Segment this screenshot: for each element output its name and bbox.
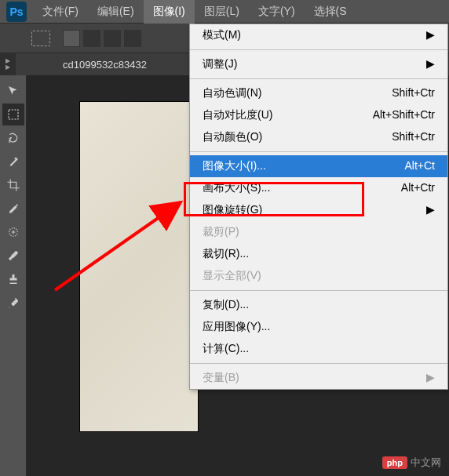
image-menu-dropdown: 模式(M)▶ 调整(J)▶ 自动色调(N)Shift+Ctr 自动对比度(U)A… xyxy=(189,24,448,390)
menu-auto-color[interactable]: 自动颜色(O)Shift+Ctr xyxy=(190,126,447,148)
move-tool-icon[interactable] xyxy=(2,80,24,102)
opt-intersect-icon[interactable] xyxy=(124,30,141,47)
menu-image-rotation[interactable]: 图像旋转(G)▶ xyxy=(190,199,447,221)
watermark-text: 中文网 xyxy=(411,456,441,470)
opt-add-icon[interactable] xyxy=(83,30,100,47)
menu-layer[interactable]: 图层(L) xyxy=(195,0,249,24)
menu-auto-contrast[interactable]: 自动对比度(U)Alt+Shift+Ctr xyxy=(190,104,447,126)
lasso-tool-icon[interactable] xyxy=(2,127,24,149)
menu-reveal-all: 显示全部(V) xyxy=(190,265,447,287)
menu-edit[interactable]: 编辑(E) xyxy=(88,0,144,24)
ps-logo: Ps xyxy=(6,2,27,22)
canvas[interactable] xyxy=(80,102,198,431)
menu-text[interactable]: 文字(Y) xyxy=(249,0,305,24)
menu-image-size[interactable]: 图像大小(I)...Alt+Ct xyxy=(190,155,447,177)
menu-variables: 变量(B)▶ xyxy=(190,367,447,389)
marquee-tool-icon[interactable] xyxy=(2,104,24,125)
menu-canvas-size[interactable]: 画布大小(S)...Alt+Ctr xyxy=(190,177,447,199)
menu-trim[interactable]: 裁切(R)... xyxy=(190,243,447,265)
menu-file[interactable]: 文件(F) xyxy=(33,0,88,24)
selection-preset-icon[interactable] xyxy=(31,31,50,46)
opt-new-icon[interactable] xyxy=(63,30,80,47)
healing-brush-tool-icon[interactable] xyxy=(2,221,24,243)
menu-adjustments[interactable]: 调整(J)▶ xyxy=(190,53,447,75)
menu-select[interactable]: 选择(S xyxy=(305,0,356,24)
eyedropper-tool-icon[interactable] xyxy=(2,198,24,220)
menu-duplicate[interactable]: 复制(D)... xyxy=(190,294,447,316)
menu-mode[interactable]: 模式(M)▶ xyxy=(190,24,447,46)
stamp-tool-icon[interactable] xyxy=(2,268,24,290)
menubar: Ps 文件(F) 编辑(E) 图像(I) 图层(L) 文字(Y) 选择(S xyxy=(0,0,449,24)
panel-expand-icon[interactable]: ▶▶ xyxy=(0,53,16,75)
menu-calculations[interactable]: 计算(C)... xyxy=(190,338,447,360)
brush-tool-icon[interactable] xyxy=(2,245,24,267)
watermark: php 中文网 xyxy=(382,456,441,470)
menu-crop: 裁剪(P) xyxy=(190,221,447,243)
watermark-badge: php xyxy=(382,456,407,469)
opt-subtract-icon[interactable] xyxy=(104,30,121,47)
document-tab[interactable]: cd1099532c83432 xyxy=(16,59,178,71)
menu-auto-tone[interactable]: 自动色调(N)Shift+Ctr xyxy=(190,82,447,104)
menu-image[interactable]: 图像(I) xyxy=(144,0,195,24)
svg-rect-0 xyxy=(9,110,18,119)
menu-apply-image[interactable]: 应用图像(Y)... xyxy=(190,316,447,338)
crop-tool-icon[interactable] xyxy=(2,174,24,196)
history-brush-tool-icon[interactable] xyxy=(2,292,24,314)
toolbox xyxy=(0,75,27,476)
magic-wand-tool-icon[interactable] xyxy=(2,151,24,173)
